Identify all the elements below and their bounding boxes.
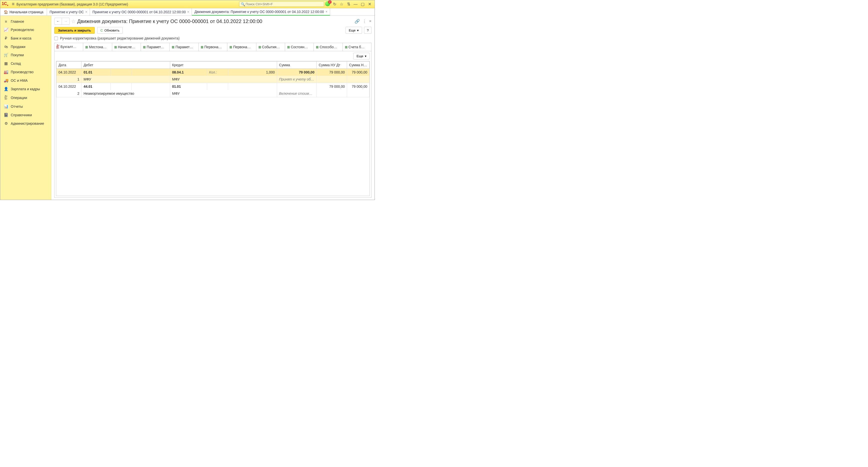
link-icon[interactable]: 🔗 bbox=[354, 19, 360, 24]
col-sum-nu-dt[interactable]: Сумма НУ Дт bbox=[316, 61, 347, 69]
sidebar-item-purchases[interactable]: 🛒Покупки bbox=[0, 51, 51, 59]
sidebar-item-catalogs[interactable]: 📓Справочники bbox=[0, 111, 51, 119]
truck-icon: 🚚 bbox=[4, 78, 8, 83]
filter-icon[interactable]: ⇅ bbox=[345, 2, 352, 6]
refresh-button[interactable]: C Обновить bbox=[97, 27, 123, 34]
help-button[interactable]: ? bbox=[364, 27, 372, 34]
tab-close-icon[interactable]: × bbox=[326, 10, 328, 13]
more-button[interactable]: Еще ▾ bbox=[346, 27, 362, 34]
cell bbox=[207, 83, 228, 90]
cell-qty-label: Кол.: bbox=[207, 69, 228, 76]
cell-date: 04.10.2022 bbox=[57, 83, 82, 90]
col-credit[interactable]: Кредит bbox=[170, 61, 277, 69]
more-label: Еще bbox=[356, 54, 363, 58]
chevron-down-icon: ▾ bbox=[357, 29, 359, 32]
col-sum-n[interactable]: Сумма Н… bbox=[347, 61, 370, 69]
register-tab-3[interactable]: ▦Парамет… bbox=[141, 43, 169, 51]
tab-close-icon[interactable]: × bbox=[187, 10, 189, 14]
search-icon: 🔍 bbox=[241, 2, 245, 6]
table-row[interactable]: 1 МФУ МФУ Принят к учету об… bbox=[57, 76, 370, 83]
sidebar-item-label: Главное bbox=[11, 20, 24, 24]
grid-more-button[interactable]: Еще ▾ bbox=[353, 53, 370, 59]
main-menu-icon[interactable]: ≡ bbox=[12, 1, 15, 7]
col-debit[interactable]: Дебет bbox=[82, 61, 170, 69]
dtkt-icon: Дт Кт bbox=[57, 45, 59, 49]
register-tab-0[interactable]: Дт КтБухгалт… bbox=[55, 43, 83, 51]
register-tab-4[interactable]: ▦Парамет… bbox=[169, 43, 198, 51]
grid[interactable]: Дата Дебет Кредит Сумма Сумма НУ Дт Сумм… bbox=[56, 61, 370, 196]
tab-1[interactable]: Принятие к учету ОС 0000-000001 от 04.10… bbox=[90, 8, 192, 16]
cell bbox=[347, 90, 370, 97]
table-icon: ▦ bbox=[316, 45, 318, 49]
sidebar-item-manager[interactable]: 📈Руководителю bbox=[0, 26, 51, 34]
sidebar-item-admin[interactable]: ⚙Администрирование bbox=[0, 119, 51, 128]
table-row[interactable]: 2 Неамортизируемое имущество МФУ Включен… bbox=[57, 90, 370, 97]
tab-label: Принятие к учету ОС 0000-000001 от 04.10… bbox=[92, 10, 186, 14]
register-panel: Еще ▾ Дата Дебет Кредит Сумма bbox=[54, 51, 372, 198]
tab-label: Принятие к учету ОС bbox=[50, 10, 84, 14]
sidebar-item-sales[interactable]: 🛍Продажи bbox=[0, 42, 51, 51]
table-icon: ▦ bbox=[287, 45, 290, 49]
more-label: Еще bbox=[349, 29, 355, 32]
nav-forward-button[interactable]: → bbox=[62, 18, 69, 25]
save-close-button[interactable]: Записать и закрыть bbox=[54, 27, 95, 34]
tab-0[interactable]: Принятие к учету ОС × bbox=[47, 8, 90, 16]
register-tab-2[interactable]: ▦Начисле… bbox=[112, 43, 141, 51]
notifications-icon[interactable]: 2 bbox=[324, 1, 331, 7]
tab-label: Состоян… bbox=[291, 45, 308, 49]
ruble-icon: ₽ bbox=[4, 36, 8, 40]
close-window-icon[interactable]: ✕ bbox=[366, 2, 373, 6]
tab-label: Движения документа: Принятие к учету ОС … bbox=[194, 10, 324, 14]
maximize-icon[interactable]: ▢ bbox=[359, 2, 366, 6]
tab-label: События… bbox=[262, 45, 280, 49]
table-row[interactable]: 04.10.2022 01.01 08.04.1 Кол.: 1,000 79 … bbox=[57, 69, 370, 76]
bookmark-star-icon[interactable]: ☆ bbox=[71, 18, 76, 24]
cell bbox=[228, 83, 277, 90]
minimize-icon[interactable]: — bbox=[352, 2, 359, 6]
sidebar-item-production[interactable]: 🏭Производство bbox=[0, 68, 51, 76]
sidebar-item-label: Отчеты bbox=[11, 105, 23, 109]
register-tab-5[interactable]: ▦Первона… bbox=[198, 43, 227, 51]
kebab-icon[interactable]: ⋮ bbox=[362, 19, 367, 24]
sidebar-item-main[interactable]: ≡Главное bbox=[0, 17, 51, 26]
tab-label: Способо… bbox=[319, 45, 337, 49]
tab-2[interactable]: Движения документа: Принятие к учету ОС … bbox=[192, 8, 330, 16]
tab-close-icon[interactable]: × bbox=[85, 10, 87, 14]
sidebar-item-reports[interactable]: 📊Отчеты bbox=[0, 102, 51, 111]
global-search[interactable]: 🔍 bbox=[239, 1, 324, 7]
cell bbox=[132, 83, 170, 90]
cell bbox=[316, 90, 347, 97]
register-tab-6[interactable]: ▦Первона… bbox=[227, 43, 256, 51]
table-row[interactable]: 04.10.2022 44.01 01.01 79 000,00 79 000,… bbox=[57, 83, 370, 90]
manual-edit-label: Ручная корректировка (разрешает редактир… bbox=[60, 36, 180, 40]
sidebar-item-label: Операции bbox=[11, 96, 27, 100]
bag-icon: 🛍 bbox=[4, 45, 8, 49]
cell-credit-account: 01.01 bbox=[170, 83, 207, 90]
close-page-icon[interactable]: × bbox=[369, 19, 372, 24]
tab-label: Парамет… bbox=[176, 45, 193, 49]
sidebar-item-warehouse[interactable]: ▦Склад bbox=[0, 59, 51, 68]
register-tab-9[interactable]: ▦Способо… bbox=[314, 43, 343, 51]
register-tab-10[interactable]: ▦Счета б… bbox=[343, 43, 371, 51]
cell bbox=[111, 69, 132, 76]
search-input[interactable] bbox=[245, 2, 322, 6]
register-tab-8[interactable]: ▦Состоян… bbox=[285, 43, 314, 51]
col-date[interactable]: Дата bbox=[57, 61, 82, 69]
favorite-icon[interactable]: ☆ bbox=[338, 2, 345, 6]
register-tab-7[interactable]: ▦События… bbox=[256, 43, 285, 51]
home-tab[interactable]: 🏠 Начальная страница bbox=[0, 8, 47, 16]
page-title: Движения документа: Принятие к учету ОС … bbox=[77, 19, 262, 24]
sidebar-item-assets[interactable]: 🚚ОС и НМА bbox=[0, 76, 51, 85]
manual-edit-checkbox[interactable] bbox=[54, 36, 58, 40]
sidebar-item-label: ОС и НМА bbox=[11, 79, 28, 83]
table-icon: ▦ bbox=[345, 45, 347, 49]
sidebar-item-label: Зарплата и кадры bbox=[11, 87, 40, 91]
col-sum[interactable]: Сумма bbox=[277, 61, 316, 69]
sidebar-item-operations[interactable]: ДтКтОперации bbox=[0, 93, 51, 102]
history-icon[interactable]: ↻ bbox=[331, 2, 338, 6]
sidebar-item-salary[interactable]: 👤Зарплата и кадры bbox=[0, 85, 51, 93]
titlebar: 1C● ≡ Бухгалтерия предприятия (базовая),… bbox=[0, 0, 375, 8]
sidebar-item-bank[interactable]: ₽Банк и касса bbox=[0, 34, 51, 42]
nav-back-button[interactable]: ← bbox=[55, 18, 62, 25]
register-tab-1[interactable]: ▦Местона… bbox=[83, 43, 112, 51]
